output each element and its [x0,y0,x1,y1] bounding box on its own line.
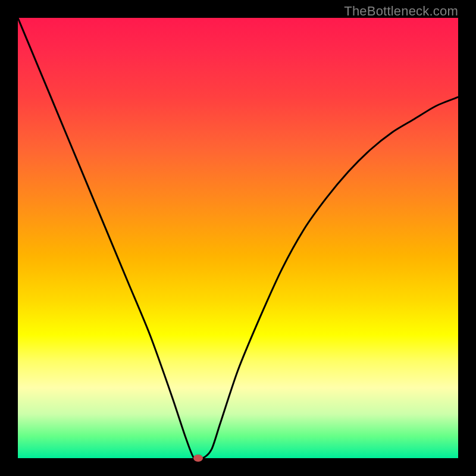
bottleneck-curve-path [18,18,458,458]
plot-area [18,18,458,458]
min-marker [193,455,203,462]
watermark-text: TheBottleneck.com [344,4,458,19]
curve-svg [18,18,458,458]
chart-container: TheBottleneck.com [0,0,476,476]
